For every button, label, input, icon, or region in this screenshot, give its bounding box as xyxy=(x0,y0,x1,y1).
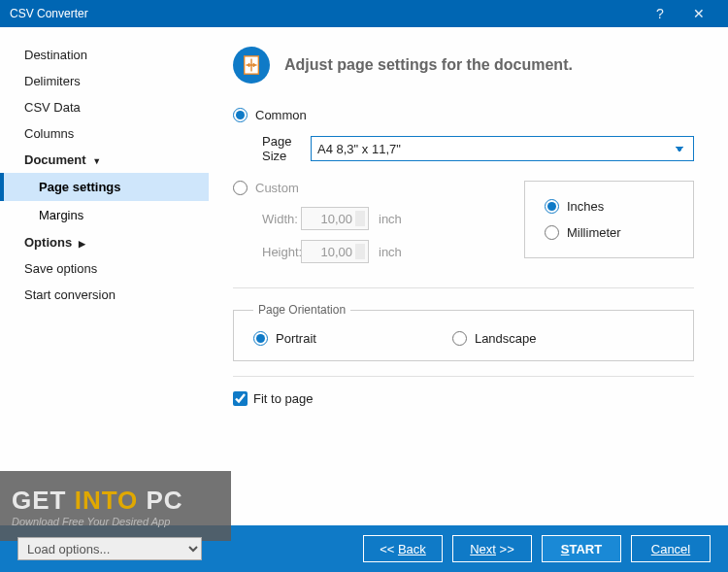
width-spinner[interactable]: 10,00 xyxy=(301,207,369,230)
common-radio[interactable] xyxy=(233,108,248,122)
sidebar-item-csv-data[interactable]: CSV Data xyxy=(0,94,209,120)
unit-group: Inches Millimeter xyxy=(524,181,694,258)
chevron-right-icon: ▶ xyxy=(79,239,85,249)
window-title: CSV Converter xyxy=(10,7,641,20)
height-spinner[interactable]: 10,00 xyxy=(301,240,369,263)
sidebar: Destination Delimiters CSV Data Columns … xyxy=(0,27,209,525)
load-options-select[interactable]: Load options... xyxy=(17,537,202,560)
start-button[interactable]: START xyxy=(542,535,621,562)
cancel-button[interactable]: Cancel xyxy=(631,535,711,562)
page-size-label: Page Size xyxy=(233,134,311,163)
sidebar-item-destination[interactable]: Destination xyxy=(0,42,209,68)
page-title: Adjust page settings for the document. xyxy=(284,56,573,74)
sidebar-sub-page-settings[interactable]: Page settings xyxy=(0,173,209,201)
millimeter-radio[interactable] xyxy=(545,225,559,240)
height-unit: inch xyxy=(379,245,402,259)
separator xyxy=(233,287,694,288)
separator xyxy=(233,376,694,377)
page-settings-icon xyxy=(233,47,270,84)
sidebar-item-save-options[interactable]: Save options xyxy=(0,255,209,282)
page-size-select[interactable]: A4 8,3" x 11,7" xyxy=(311,136,694,161)
sidebar-item-start-conversion[interactable]: Start conversion xyxy=(0,282,209,308)
custom-label: Custom xyxy=(255,181,299,195)
landscape-label: Landscape xyxy=(475,331,537,346)
fit-to-page-checkbox[interactable] xyxy=(233,391,248,406)
sidebar-item-delimiters[interactable]: Delimiters xyxy=(0,68,209,94)
footer: Load options... << Back Next >> START Ca… xyxy=(0,525,728,572)
portrait-label: Portrait xyxy=(276,331,316,346)
height-label: Height: xyxy=(233,245,291,259)
width-unit: inch xyxy=(379,212,402,226)
back-button[interactable]: << Back xyxy=(363,535,443,562)
titlebar: CSV Converter ? ✕ xyxy=(0,0,728,27)
common-label: Common xyxy=(255,108,307,122)
sidebar-sub-margins[interactable]: Margins xyxy=(0,201,209,229)
portrait-radio[interactable] xyxy=(253,331,268,346)
close-button[interactable]: ✕ xyxy=(679,6,718,21)
help-button[interactable]: ? xyxy=(641,6,679,21)
chevron-down-icon: ▼ xyxy=(92,156,101,166)
inches-radio[interactable] xyxy=(545,199,559,214)
fit-to-page-label: Fit to page xyxy=(253,391,313,406)
sidebar-item-document[interactable]: Document ▼ xyxy=(0,147,209,173)
content-pane: Adjust page settings for the document. C… xyxy=(209,27,728,525)
start-text: TART xyxy=(569,542,602,556)
width-label: Width: xyxy=(233,212,291,226)
sidebar-item-columns[interactable]: Columns xyxy=(0,120,209,147)
page-orientation-legend: Page Orientation xyxy=(253,303,350,317)
sidebar-item-options[interactable]: Options ▶ xyxy=(0,229,209,255)
page-orientation-group: Page Orientation Portrait Landscape xyxy=(233,303,694,361)
landscape-radio[interactable] xyxy=(452,331,467,346)
inches-label: Inches xyxy=(567,199,604,214)
custom-radio[interactable] xyxy=(233,181,248,195)
millimeter-label: Millimeter xyxy=(567,225,621,240)
next-button[interactable]: Next >> xyxy=(452,535,532,562)
